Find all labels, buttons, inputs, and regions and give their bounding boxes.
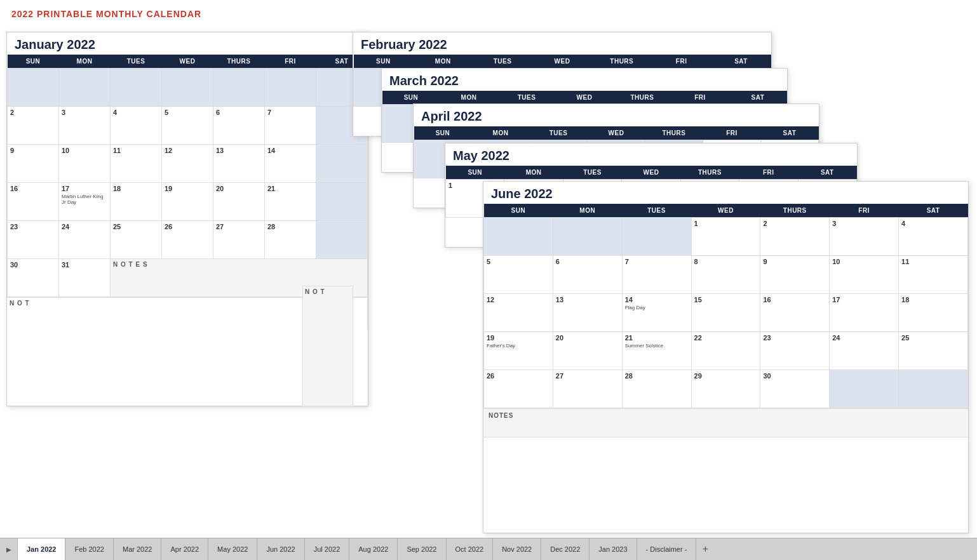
jan-w3-wed: 12 (162, 145, 213, 183)
jan-w3-sat (316, 145, 368, 183)
jan-w3-mon: 10 (59, 145, 111, 183)
table-row: 26 27 28 29 30 (484, 370, 968, 408)
jun-wed-header: WED (691, 204, 760, 218)
summer-solstice-label: Summer Solstice (625, 343, 689, 349)
tab-oct-2022[interactable]: Oct 2022 (447, 538, 494, 560)
june-title: June 2022 (483, 182, 968, 204)
june-notes: NOTES (483, 408, 968, 437)
jan-w3-thurs: 13 (213, 145, 265, 183)
jun-w5-sat (899, 370, 968, 408)
jan-w5-sun: 23 (8, 221, 59, 259)
june-notes-space (483, 437, 968, 472)
jan-w4-sun: 16 (8, 183, 59, 221)
table-row (8, 69, 368, 107)
jan-w2-wed: 5 (162, 107, 213, 145)
jan-tues-header: TUES (111, 55, 162, 69)
calendar-stack: January 2022 SUN MON TUES WED THURS FRI … (0, 29, 977, 516)
tab-jul-2022[interactable]: Jul 2022 (305, 538, 350, 560)
jun-w2-tues: 7 (622, 256, 691, 294)
mar-thurs-header: THURS (614, 91, 671, 105)
jan-w5-fri: 28 (265, 221, 316, 259)
tab-mar-2022[interactable]: Mar 2022 (114, 538, 161, 560)
flag-day-label: Flag Day (625, 305, 689, 310)
jan-w2-thurs: 6 (213, 107, 265, 145)
may-thurs-header: THURS (680, 166, 739, 180)
apr-wed-header: WED (588, 126, 645, 140)
tab-jan-2023[interactable]: Jan 2023 (590, 538, 637, 560)
jun-w2-sun: 5 (484, 256, 553, 294)
jun-w2-fri: 10 (830, 256, 899, 294)
jun-w1-tues (622, 218, 691, 256)
jun-w5-thurs: 30 (760, 370, 830, 408)
tab-scroll-left[interactable]: ▶ (0, 538, 18, 560)
table-row: 2 3 4 5 6 7 (8, 107, 368, 145)
tab-aug-2022[interactable]: Aug 2022 (349, 538, 398, 560)
page-title: 2022 PRINTABLE MONTHLY CALENDAR (11, 9, 201, 19)
apr-fri-header: FRI (703, 126, 761, 140)
jan-w4-thurs: 20 (213, 183, 265, 221)
jun-tues-header: TUES (622, 204, 691, 218)
tab-add-button[interactable]: + (696, 538, 714, 560)
jan-w5-sat (316, 221, 368, 259)
jan-w4-wed: 19 (162, 183, 213, 221)
tab-jan-2022[interactable]: Jan 2022 (18, 538, 65, 560)
jun-w1-thurs: 2 (760, 218, 830, 256)
jun-w1-fri: 3 (830, 218, 899, 256)
feb-fri-header: FRI (652, 55, 711, 69)
jun-w2-mon: 6 (553, 256, 622, 294)
jan-w6-sun: 30 (8, 259, 59, 297)
tab-feb-2022[interactable]: Feb 2022 (65, 538, 113, 560)
mar-wed-header: WED (556, 91, 614, 105)
jan-w2-sun: 2 (8, 107, 59, 145)
jun-w5-fri (830, 370, 899, 408)
tab-sep-2022[interactable]: Sep 2022 (398, 538, 446, 560)
feb-mon-header: MON (413, 55, 473, 69)
jun-w4-wed: 22 (691, 332, 760, 370)
jun-w3-sat: 18 (899, 294, 968, 332)
jan-w3-fri: 14 (265, 145, 316, 183)
table-row: 9 10 11 12 13 14 (8, 145, 368, 183)
tab-nov-2022[interactable]: Nov 2022 (493, 538, 541, 560)
jan-side-notes: N O T (302, 286, 353, 406)
jun-w1-mon (553, 218, 622, 256)
table-row: 19Father's Day 20 21Summer Solstice 22 2… (484, 332, 968, 370)
table-row: 1 2 3 4 (484, 218, 968, 256)
mar-mon-header: MON (440, 91, 498, 105)
apr-mon-header: MON (472, 126, 530, 140)
mar-tues-header: TUES (498, 91, 556, 105)
apr-thurs-header: THURS (645, 126, 703, 140)
mar-sun-header: SUN (382, 91, 440, 105)
jun-w3-tues: 14Flag Day (622, 294, 691, 332)
jan-mon-header: MON (59, 55, 111, 69)
jun-w5-wed: 29 (691, 370, 760, 408)
feb-thurs-header: THURS (592, 55, 652, 69)
jan-w1-wed (162, 69, 213, 107)
tab-apr-2022[interactable]: Apr 2022 (161, 538, 208, 560)
jun-w5-tues: 28 (622, 370, 691, 408)
tab-jun-2022[interactable]: Jun 2022 (257, 538, 304, 560)
tab-disclaimer[interactable]: - Disclaimer - (637, 538, 697, 560)
jun-w1-sat: 4 (899, 218, 968, 256)
jun-w4-sun: 19Father's Day (484, 332, 553, 370)
may-tues-header: TUES (563, 166, 621, 180)
january-title: January 2022 (7, 32, 368, 55)
may-sat-header: SAT (798, 166, 856, 180)
apr-tues-header: TUES (530, 126, 588, 140)
tab-may-2022[interactable]: May 2022 (208, 538, 257, 560)
jun-w4-thurs: 23 (760, 332, 830, 370)
tab-dec-2022[interactable]: Dec 2022 (541, 538, 590, 560)
march-title: March 2022 (382, 69, 787, 91)
jun-thurs-header: THURS (760, 204, 830, 218)
may-wed-header: WED (622, 166, 680, 180)
feb-sat-header: SAT (711, 55, 771, 69)
jun-w3-fri: 17 (830, 294, 899, 332)
june-table: SUN MON TUES WED THURS FRI SAT (483, 204, 968, 408)
jun-w4-tues: 21Summer Solstice (622, 332, 691, 370)
mar-sat-header: SAT (729, 91, 787, 105)
not-label-1: N O T (305, 288, 325, 295)
table-row: 12 13 14Flag Day 15 16 17 18 (484, 294, 968, 332)
jun-sat-header: SAT (899, 204, 968, 218)
june-calendar: June 2022 SUN MON TUES WED THURS FRI SAT (483, 181, 969, 533)
jan-w2-tues: 4 (111, 107, 162, 145)
main-container: 2022 PRINTABLE MONTHLY CALENDAR January … (0, 0, 977, 560)
